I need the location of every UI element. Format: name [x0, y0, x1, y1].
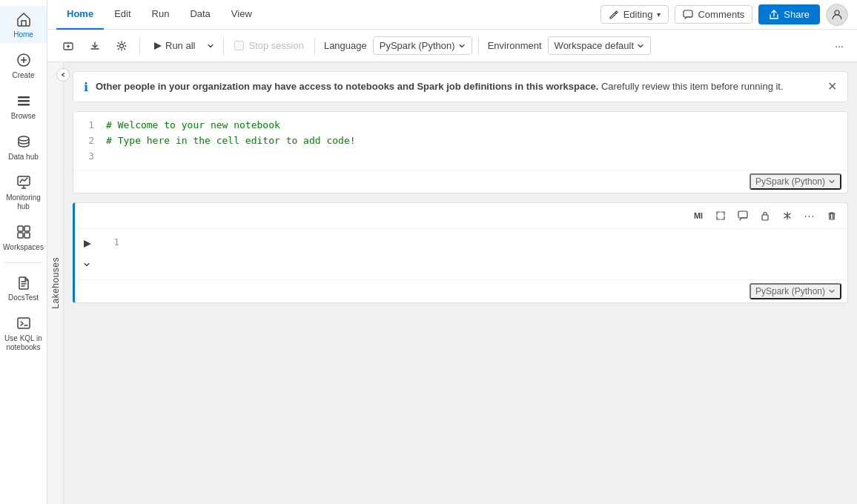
tab-run[interactable]: Run: [142, 0, 180, 30]
lakehouses-collapse-button[interactable]: [56, 68, 70, 82]
tab-edit[interactable]: Edit: [104, 0, 141, 30]
code-line-1: [131, 236, 137, 248]
notebook-cell-2: Ml: [73, 202, 848, 303]
sidebar-item-datahub-label: Data hub: [8, 153, 39, 162]
content-area: Lakehouses ℹ Other people in your organi…: [47, 62, 857, 504]
toolbar-more-label: ···: [835, 40, 844, 52]
env-chevron-icon: [637, 42, 644, 50]
stop-session-checkbox: [234, 41, 244, 50]
cell-2-lang-selector[interactable]: PySpark (Python): [750, 283, 841, 299]
kql-icon: [15, 314, 33, 332]
cell-run-button[interactable]: [78, 235, 96, 253]
share-button[interactable]: Share: [758, 4, 820, 24]
sidebar-item-browse[interactable]: Browse: [0, 87, 47, 125]
svg-rect-3: [18, 104, 30, 106]
cell-2-lang-label: PySpark (Python): [755, 286, 825, 296]
info-banner: ℹ Other people in your organization may …: [73, 71, 848, 102]
line-num: 1: [110, 235, 119, 251]
language-label: Language: [321, 40, 370, 51]
user-icon: [831, 9, 843, 21]
line-num: 2: [85, 133, 94, 149]
settings-icon: [116, 40, 128, 52]
editing-chevron-icon: ▾: [657, 10, 661, 19]
cell-more-button[interactable]: ···: [800, 206, 819, 225]
environment-selector[interactable]: Workspace default: [548, 36, 651, 55]
download-icon: [89, 40, 101, 52]
comments-label: Comments: [698, 9, 744, 20]
cell-ml-button[interactable]: Ml: [689, 206, 708, 225]
stop-session-label: Stop session: [248, 40, 303, 51]
info-normal-text: Carefully review this item before runnin…: [598, 81, 783, 92]
toolbar: Run all Stop session Language PySpark (P…: [47, 30, 857, 62]
comments-button[interactable]: Comments: [675, 5, 752, 24]
svg-marker-18: [84, 240, 91, 248]
download-button[interactable]: [83, 37, 107, 55]
sidebar-divider: [4, 262, 42, 263]
share-label: Share: [784, 9, 810, 20]
sidebar-item-docstest-label: DocsTest: [8, 294, 39, 302]
notebook-cell-1: 1 2 3 # Welcome to your new notebook # T…: [73, 111, 848, 193]
sidebar-item-workspaces-label: Workspaces: [3, 243, 44, 252]
cell-2-lang-chevron-icon: [828, 288, 836, 295]
svg-point-14: [120, 44, 124, 47]
toolbar-divider-3: [314, 37, 315, 55]
cell-lock-button[interactable]: [755, 206, 775, 225]
add-cell-button[interactable]: [56, 37, 80, 55]
sidebar-item-monitoring[interactable]: Monitoring hub: [0, 169, 47, 216]
cell-1-code[interactable]: # Welcome to your new notebook # Type he…: [100, 112, 847, 170]
sidebar-item-create[interactable]: Create: [0, 47, 47, 84]
editing-button[interactable]: Editing ▾: [600, 5, 669, 24]
editing-label: Editing: [623, 9, 653, 20]
run-all-button[interactable]: Run all: [146, 37, 201, 54]
svg-rect-17: [762, 215, 768, 220]
expand-icon: [715, 210, 726, 221]
svg-rect-2: [18, 100, 30, 102]
add-cell-icon: [62, 40, 74, 52]
asterisk-icon: [782, 210, 793, 221]
settings-button[interactable]: [110, 37, 133, 55]
cell-2-body: 1: [75, 229, 847, 279]
sidebar-item-datahub[interactable]: Data hub: [0, 128, 47, 166]
cell-play-icon: [82, 239, 92, 249]
cell-comment-button[interactable]: [733, 206, 752, 225]
sidebar-item-kql[interactable]: Use KQL in notebooks: [0, 310, 47, 357]
cell-asterisk-button[interactable]: [778, 206, 797, 225]
top-nav: Home Edit Run Data View Editing ▾ Commen…: [47, 0, 857, 30]
cell-2-code[interactable]: [125, 229, 847, 279]
create-icon: [15, 51, 33, 69]
info-bold-text: Other people in your organization may ha…: [96, 81, 598, 92]
code-line-3: [106, 150, 112, 162]
cell-2-content: Ml: [75, 203, 847, 302]
cell-dropdown-button[interactable]: [78, 256, 96, 273]
svg-rect-11: [684, 10, 692, 17]
cell-2-footer: PySpark (Python): [75, 279, 847, 302]
cell-expand-button[interactable]: [711, 206, 730, 225]
sidebar-item-workspaces[interactable]: Workspaces: [0, 219, 47, 256]
run-dropdown-chevron-icon: [207, 42, 214, 50]
stop-session-wrapper: Stop session: [230, 37, 308, 54]
tab-view[interactable]: View: [221, 0, 262, 30]
info-close-button[interactable]: ✕: [827, 79, 837, 93]
line-num: 3: [85, 149, 94, 165]
sidebar-item-home[interactable]: Home: [0, 6, 47, 44]
svg-rect-10: [18, 318, 30, 328]
tab-data[interactable]: Data: [179, 0, 220, 30]
language-selector[interactable]: PySpark (Python): [373, 36, 472, 55]
svg-rect-8: [18, 233, 23, 238]
cell-delete-button[interactable]: [822, 206, 841, 225]
browse-icon: [15, 92, 33, 110]
cell-comment-icon: [738, 210, 748, 221]
avatar[interactable]: [826, 4, 848, 26]
workspace-default-label: Workspace default: [555, 40, 634, 51]
sidebar-item-home-label: Home: [13, 30, 33, 39]
home-icon: [15, 10, 33, 28]
cell-1-lang-selector[interactable]: PySpark (Python): [750, 173, 841, 190]
sidebar-item-docstest[interactable]: DocsTest: [0, 269, 47, 307]
toolbar-divider-4: [478, 37, 479, 55]
line-num: 1: [85, 118, 94, 133]
toolbar-divider-1: [139, 37, 140, 55]
run-all-dropdown[interactable]: [204, 39, 217, 53]
tab-home[interactable]: Home: [56, 0, 104, 30]
toolbar-more-button[interactable]: ···: [830, 37, 848, 55]
cell-1-content: 1 2 3 # Welcome to your new notebook # T…: [73, 112, 847, 193]
